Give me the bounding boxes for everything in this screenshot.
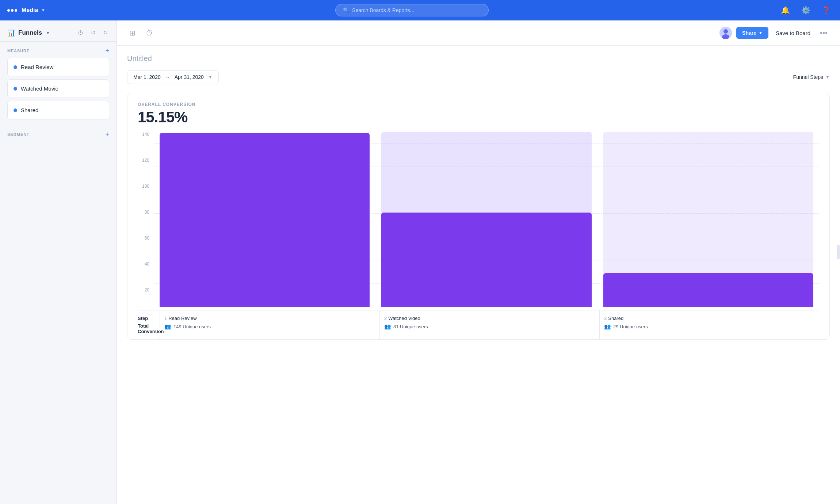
navbar-center: 🔍 Search Boards & Reports... [45,4,779,16]
clock-icon: ⏱ [146,29,153,37]
step-info-1: 1 Read Review 👥 149 Unique users [160,310,379,339]
y-label-80: 80 [138,210,149,215]
measure-item-read-review[interactable]: Read Review [7,58,109,76]
step-3-users: 29 Unique users [613,324,648,329]
undo-button[interactable]: ↺ [89,28,97,38]
svg-point-1 [723,29,728,34]
nav-dot-2 [11,9,14,12]
avatar-image [719,27,732,39]
redo-button[interactable]: ↻ [102,28,109,38]
table-view-button[interactable]: ⊞ [127,26,138,39]
measure-dot-1 [14,65,17,69]
search-icon: 🔍 [343,7,349,13]
step-1-num: 1 [164,316,167,321]
save-to-board-button[interactable]: Save to Board [773,27,813,39]
main-content: ⊞ ⏱ Share ▼ S [117,20,840,504]
sidebar-header: 📊 Funnels ▼ ⏱ ↺ ↻ [0,20,117,42]
search-placeholder-text: Search Boards & Reports... [352,7,414,13]
notifications-button[interactable]: 🔔 [779,4,792,17]
app-name-chevron-icon: ▼ [41,8,45,13]
gear-icon: ⚙️ [801,6,810,15]
toolbar-left: ⊞ ⏱ [127,26,155,39]
step-3-name-row: 3 Shared [604,316,815,321]
right-edge-tab[interactable] [837,245,840,259]
save-board-label: Save to Board [776,30,810,36]
sidebar-controls: ⏱ ↺ ↻ [76,28,109,38]
step-info-2: 2 Watched Video 👥 81 Unique users [379,310,599,339]
settings-button[interactable]: ⚙️ [799,4,812,17]
measure-dot-3 [14,108,17,112]
share-button[interactable]: Share ▼ [736,27,768,39]
app-body: 📊 Funnels ▼ ⏱ ↺ ↻ MEASURE + Read Review … [0,0,840,504]
share-label: Share [742,30,756,36]
sidebar-title-chevron-icon: ▼ [46,30,50,35]
step-1-name: Read Review [168,316,196,321]
help-icon: ❓ [822,6,831,15]
date-end: Apr 31, 2020 [175,74,204,80]
segment-section-header: SEGMENT + [7,131,109,138]
users-icon-3: 👥 [604,323,611,330]
measure-dot-2 [14,87,17,91]
navbar-logo-area: Media ▼ [7,7,45,14]
app-name[interactable]: Media [22,7,38,14]
measure-section-header: MEASURE + [7,47,109,54]
step-1-users: 149 Unique users [173,324,211,329]
measure-label-read-review: Read Review [21,64,53,70]
chart-area: 20 40 60 80 100 120 140 [138,132,819,307]
bar-fg-2[interactable] [381,213,591,307]
step-info-3: 3 Shared 👥 29 Unique users [599,310,819,339]
step-3-users-row: 👥 29 Unique users [604,323,815,330]
more-options-button[interactable]: ••• [818,27,830,39]
users-icon-1: 👥 [164,323,171,330]
y-axis: 20 40 60 80 100 120 140 [138,132,154,307]
date-range-picker[interactable]: Mar 1, 2020 → Apr 31, 2020 ▼ [127,70,219,84]
funnel-steps-label: Funnel Steps [793,74,824,80]
navbar-right: 🔔 ⚙️ ❓ [779,4,833,17]
navbar: Media ▼ 🔍 Search Boards & Reports... 🔔 ⚙… [0,0,840,20]
measure-label-shared: Shared [21,107,38,113]
bar-col-1 [154,132,375,307]
step-header-label: Step Total Conversion [138,310,160,339]
y-label-140: 140 [138,132,149,137]
measure-item-shared[interactable]: Shared [7,101,109,119]
funnel-chart-icon: 📊 [7,29,15,37]
search-bar[interactable]: 🔍 Search Boards & Reports... [335,4,489,16]
bar-fg-3[interactable] [603,273,813,307]
measure-label-watched-movie: Watched Movie [21,85,58,92]
y-label-120: 120 [138,158,149,163]
funnel-steps-picker[interactable]: Funnel Steps ▼ [793,74,830,80]
report-title[interactable]: Untitled [127,54,830,63]
step-3-name: Shared [608,316,623,321]
toolbar-right: Share ▼ Save to Board ••• [719,27,830,39]
date-chevron-icon: ▼ [208,75,213,80]
y-label-20: 20 [138,287,149,293]
step-2-name-row: 2 Watched Video [384,316,595,321]
step-1-users-row: 👥 149 Unique users [164,323,375,330]
chart-meta: OVERALL CONVERSION 15.15% [138,102,819,126]
y-label-100: 100 [138,184,149,189]
avatar [719,27,732,39]
step-1-name-row: 1 Read Review [164,316,375,321]
bar-col-2 [375,132,597,307]
step-2-name: Watched Video [388,316,420,321]
date-start: Mar 1, 2020 [133,74,161,80]
measure-item-watched-movie[interactable]: Watched Movie [7,79,109,98]
add-segment-button[interactable]: + [105,131,109,138]
add-measure-button[interactable]: + [105,47,109,54]
bell-icon: 🔔 [781,6,790,15]
funnel-steps-chevron-icon: ▼ [825,75,830,80]
share-chevron-icon: ▼ [759,31,763,35]
bar-fg-1[interactable] [160,133,370,307]
sidebar-segment-section: SEGMENT + [0,125,117,144]
sidebar-title[interactable]: Funnels [18,29,42,37]
overall-conversion-pct: 15.15% [138,108,819,126]
help-button[interactable]: ❓ [820,4,833,17]
history-button[interactable]: ⏱ [76,28,85,38]
sidebar-measure-section: MEASURE + Read Review Watched Movie Shar… [0,42,117,125]
history-view-button[interactable]: ⏱ [144,27,155,39]
report-area: Untitled Mar 1, 2020 → Apr 31, 2020 ▼ Fu… [117,46,840,504]
step-2-num: 2 [384,316,387,321]
filter-bar: Mar 1, 2020 → Apr 31, 2020 ▼ Funnel Step… [127,70,830,84]
nav-dot-3 [15,9,17,12]
users-icon-2: 👥 [384,323,391,330]
